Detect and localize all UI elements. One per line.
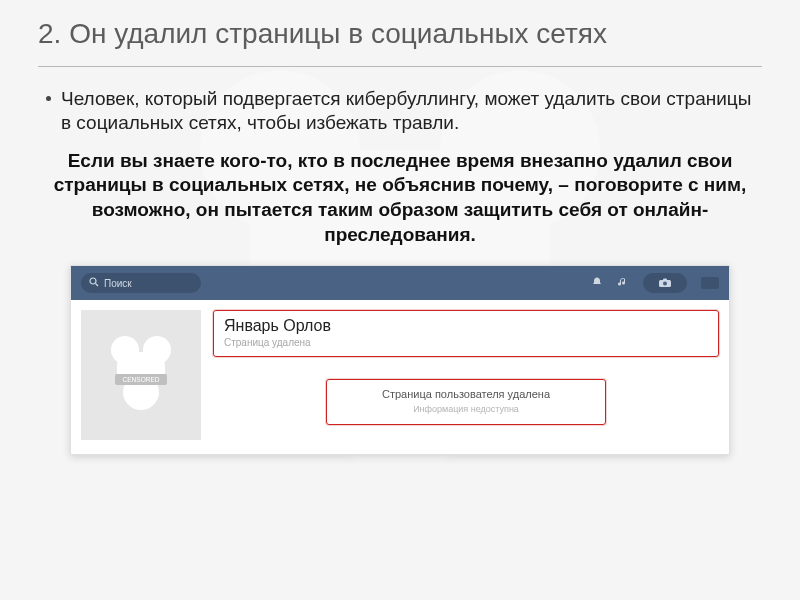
svg-point-6 (90, 278, 96, 284)
bullet-text: Человек, который подвергается кибербулли… (61, 87, 754, 135)
music-icon[interactable] (617, 274, 629, 292)
svg-line-7 (96, 284, 99, 287)
social-profile-card: Поиск (70, 265, 730, 455)
profile-status: Страница удалена (224, 337, 708, 348)
social-topbar: Поиск (71, 266, 729, 300)
svg-rect-9 (663, 279, 667, 281)
deleted-subtitle: Информация недоступна (355, 404, 577, 414)
search-placeholder: Поиск (104, 278, 132, 289)
name-highlight-frame: Январь Орлов Страница удалена (213, 310, 719, 357)
deleted-title: Страница пользователя удалена (355, 388, 577, 400)
camera-pill[interactable] (643, 273, 687, 293)
bell-icon[interactable] (591, 274, 603, 292)
avatar: CENSORED (81, 310, 201, 440)
search-field[interactable]: Поиск (81, 273, 201, 293)
svg-point-10 (663, 282, 667, 286)
avatar-label: CENSORED (123, 376, 160, 383)
search-icon (89, 277, 99, 289)
slide-title: 2. Он удалил страницы в социальных сетях (38, 18, 762, 67)
bullet-item: Человек, который подвергается кибербулли… (46, 87, 754, 135)
deleted-notice-frame: Страница пользователя удалена Информация… (326, 379, 606, 425)
bullet-dot (46, 96, 51, 101)
bold-paragraph: Если вы знаете кого-то, кто в последнее … (42, 149, 758, 248)
profile-name: Январь Орлов (224, 317, 708, 335)
menu-button[interactable] (701, 277, 719, 289)
